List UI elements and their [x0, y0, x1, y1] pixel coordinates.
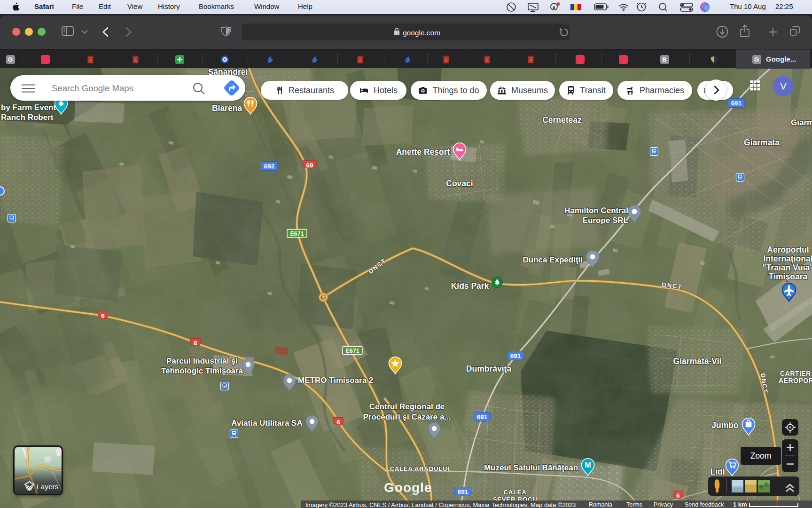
svg-text:S: S	[529, 58, 532, 63]
svg-text:Layers: Layers	[37, 483, 59, 491]
svg-text:google.com: google.com	[403, 29, 440, 37]
svg-text:S: S	[485, 58, 488, 63]
svg-text:M: M	[501, 87, 503, 89]
svg-text:S: S	[134, 58, 137, 63]
svg-text:S: S	[445, 58, 447, 63]
svg-text:S: S	[359, 58, 361, 63]
svg-text:S: S	[89, 58, 92, 63]
svg-text:Search Google Maps: Search Google Maps	[52, 83, 133, 93]
